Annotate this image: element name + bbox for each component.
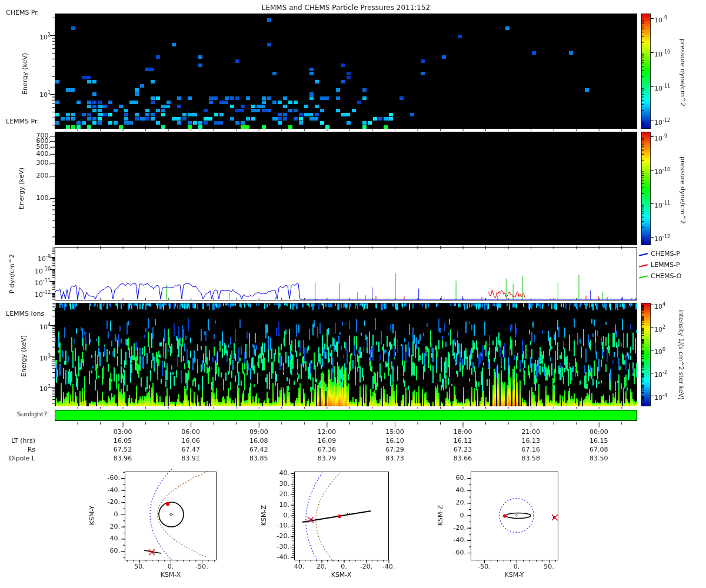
chems-ytick: 101: [18, 89, 51, 99]
colorbar3-tick: 100: [654, 346, 684, 356]
orbit2-ytick: 40.: [263, 470, 289, 477]
sunlight-label: Sunlight?: [2, 411, 47, 418]
orbit2-xtick: -40.: [374, 563, 404, 570]
ephemeris-value: 67.36: [309, 446, 344, 453]
ephemeris-value: 83.66: [445, 455, 481, 462]
ephemeris-value: 16.06: [173, 437, 208, 445]
chems-ytick: 102: [18, 32, 51, 41]
orbit3-ytick: 60.: [439, 475, 466, 482]
ephemeris-value: 67.08: [581, 446, 617, 453]
orbit3-ytick: 0.: [439, 512, 466, 519]
orbit3-xtick: -50.: [469, 563, 499, 570]
pressure-ylabel-box: P dyn/cm^2: [7, 247, 16, 300]
orbit2-ytick: 10.: [263, 502, 289, 509]
orbit3-xlabel: KSM-Y: [485, 572, 544, 579]
time-tick-label: 09:00: [241, 429, 277, 436]
pressure-ytick: 10-12: [18, 289, 51, 299]
ephemeris-value: 67.29: [377, 446, 412, 453]
ephemeris-row-label: Dipole L: [0, 455, 35, 462]
ephemeris-value: 83.79: [309, 455, 344, 462]
ephemeris-value: 83.85: [241, 455, 277, 462]
ions-ytick: 102: [18, 383, 51, 393]
legend-label-chems-p: CHEMS-P: [651, 250, 692, 258]
time-tick-label: 00:00: [581, 429, 617, 436]
time-tick-label: 03:00: [105, 429, 141, 436]
figure: LEMMS and CHEMS Particle Pressures 2011:…: [0, 0, 706, 588]
orbit1-xlabel: KSM-X: [141, 572, 200, 579]
ephemeris-value: 16.12: [445, 437, 481, 445]
ephemeris-value: 83.91: [173, 455, 208, 462]
ephemeris-value: 67.47: [173, 446, 208, 453]
colorbar1-tick: 10-11: [654, 83, 684, 92]
chems-panel-label: CHEMS Pr.: [6, 9, 39, 16]
orbit1-xtick: 0.: [156, 563, 185, 570]
orbit3-xtick: 0.: [502, 563, 531, 570]
legend-label-chems-o: CHEMS-O: [651, 273, 692, 280]
ephemeris-value: 67.52: [105, 446, 141, 453]
colorbar1-label-box: pressure dyne/cm^2: [678, 22, 687, 122]
lemms-ytick: 300.: [18, 159, 51, 166]
colorbar1-tick: 10-10: [654, 49, 684, 58]
colorbar3-tick: 104: [654, 301, 684, 310]
orbit2-ytick: -10.: [263, 522, 289, 529]
colorbar3-tick: 10-4: [654, 392, 684, 402]
legend-label-lemms-p: LEMMS-P: [651, 262, 692, 269]
colorbar2-tick: 10-11: [654, 200, 684, 209]
ephemeris-value: 16.05: [105, 437, 141, 445]
orbit3-ytick: 40.: [439, 487, 466, 494]
orbit1-ytick: 40.: [94, 535, 120, 542]
orbit1-ytick: 0.: [94, 511, 120, 518]
orbit2-ytick: 0.: [263, 512, 289, 519]
lemms-ytick: 100.: [18, 195, 51, 202]
time-tick-label: 06:00: [173, 429, 208, 436]
time-tick-label: 12:00: [309, 429, 344, 436]
ephemeris-value: 83.50: [581, 455, 617, 462]
colorbar2-label-box: pressure dyne/cm^2: [678, 140, 687, 240]
orbit3-ytick: -20.: [439, 524, 466, 532]
ephemeris-row-label: LT (hrs): [0, 437, 35, 445]
orbit1-ytick: -60.: [94, 475, 120, 482]
orbit2-ytick: 20.: [263, 491, 289, 498]
colorbar1-tick: 10-9: [654, 15, 684, 24]
orbit3-xtick: 50.: [534, 563, 564, 570]
colorbar3-tick: 102: [654, 324, 684, 333]
colorbar2-tick: 10-9: [654, 133, 684, 142]
ions-panel-label: LEMMS Ions: [6, 310, 44, 318]
ephemeris-value: 16.09: [309, 437, 344, 445]
ephemeris-value: 16.13: [513, 437, 548, 445]
pressure-ylabel: P dyn/cm^2: [8, 254, 16, 293]
lemms-ytick: 200.: [18, 172, 51, 179]
orbit2-ytick: -20.: [263, 533, 289, 540]
lemms-ytick: 400.: [18, 151, 51, 158]
orbit1-xtick: -50.: [187, 563, 217, 570]
ephemeris-value: 83.73: [377, 455, 412, 462]
orbit3-ytick: -40.: [439, 537, 466, 544]
ephemeris-value: 67.16: [513, 446, 548, 453]
orbit2-ytick: -30.: [263, 543, 289, 550]
orbit1-ytick: 60.: [94, 547, 120, 554]
figure-title: LEMMS and CHEMS Particle Pressures 2011:…: [55, 4, 637, 12]
orbit1-xtick: 50.: [125, 563, 154, 570]
chems-ylabel: Energy (keV): [21, 53, 29, 95]
ephemeris-value: 16.08: [241, 437, 277, 445]
orbit2-ytick: -40.: [263, 554, 289, 561]
colorbar1-tick: 10-12: [654, 117, 684, 126]
ephemeris-row-label: Rs: [0, 446, 35, 453]
time-tick-label: 15:00: [377, 429, 412, 436]
orbit2-ytick: 30.: [263, 480, 289, 487]
time-tick-label: 21:00: [513, 429, 548, 436]
colorbar3-tick: 10-2: [654, 369, 684, 379]
orbit3-ytick: -60.: [439, 549, 466, 556]
pressure-ytick: 10-10: [18, 266, 51, 275]
ions-ytick: 104: [18, 322, 51, 331]
chems-ylabel-box: Energy (keV): [20, 35, 29, 112]
orbit1-ytick: -40.: [94, 487, 120, 494]
ephemeris-value: 83.58: [513, 455, 548, 462]
orbit1-ytick: 20.: [94, 523, 120, 530]
pressure-ytick: 10-11: [18, 278, 51, 287]
ephemeris-value: 83.96: [105, 455, 141, 462]
ephemeris-value: 67.23: [445, 446, 481, 453]
orbit3-ytick: 20.: [439, 499, 466, 506]
orbit2-xlabel: KSM-X: [312, 572, 371, 579]
lemms-panel-label: LEMMS Pr.: [6, 118, 39, 125]
